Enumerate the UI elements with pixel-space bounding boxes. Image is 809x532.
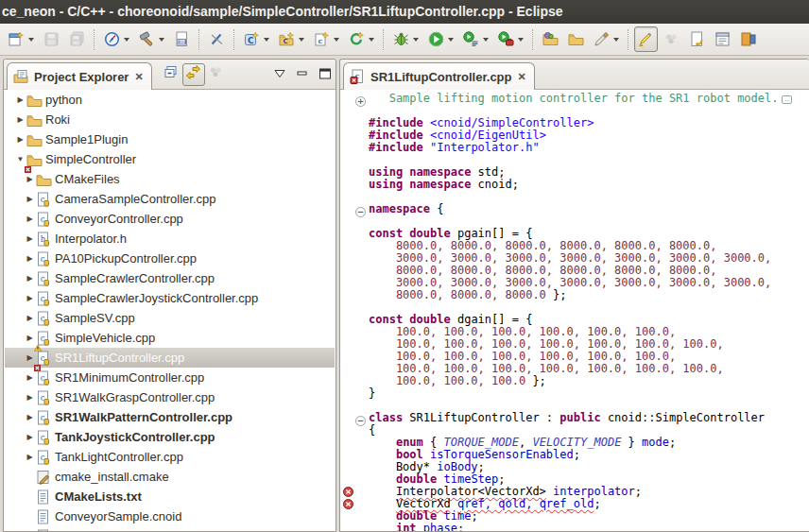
fold-minus-icon[interactable]: − (355, 410, 369, 427)
expand-collapsed-icon[interactable]: ▶ (24, 175, 36, 183)
clean-brush-button[interactable] (590, 26, 623, 52)
tree-item-samplesv-cpp[interactable]: ▶cSampleSV.cpp (5, 308, 335, 328)
schedule-compass-button[interactable] (100, 26, 133, 52)
run-coverage-button[interactable] (494, 26, 527, 52)
tree-item-simplecontroller[interactable]: ▼SimpleController (5, 149, 335, 169)
cpp-icon: c (36, 351, 53, 366)
tree-item-sr1liftupcontroller-cpp[interactable]: ▶cSR1LiftupController.cpp (5, 348, 335, 368)
expand-collapsed-icon[interactable]: ▶ (24, 433, 36, 441)
tab-editor-sr1liftupcontroller[interactable]: c SR1LiftupController.cpp ✕ (343, 62, 535, 90)
dropdown-arrow-icon[interactable] (159, 38, 164, 42)
last-edit-location-button[interactable] (685, 26, 709, 52)
dropdown-arrow-icon[interactable] (264, 38, 269, 42)
code-editor[interactable]: + Sample lifting motion controller for t… (341, 90, 809, 531)
code-line[interactable]: + Sample lifting motion controller for t… (341, 93, 809, 105)
import-resources-button[interactable] (539, 26, 562, 52)
collapse-all-button[interactable] (160, 63, 182, 86)
run-history-button[interactable] (459, 26, 492, 52)
code-line[interactable]: 100.0, 100.0, 100.0 }; (341, 375, 809, 387)
expand-collapsed-icon[interactable]: ▶ (24, 453, 36, 461)
expand-collapsed-icon[interactable]: ▶ (14, 95, 26, 104)
tree-item-cmakelists-txt[interactable]: CMakeLists.txt (5, 487, 335, 506)
code-line[interactable]: −namespace { (341, 203, 809, 215)
tree-item-samplecrawlercontroller-cpp[interactable]: ▶cSampleCrawlerController.cpp (5, 268, 335, 288)
expand-collapsed-icon[interactable]: ▶ (24, 215, 36, 223)
tree-item-sample1plugin[interactable]: ▶Sample1Plugin (5, 129, 335, 149)
new-c-class-button[interactable]: c (310, 26, 343, 52)
tree-item-roki[interactable]: ▶Roki (5, 110, 335, 129)
build-all-button[interactable] (135, 26, 168, 52)
code-line[interactable]: } (341, 387, 809, 400)
new-c-source-file-button[interactable]: C (240, 26, 273, 52)
tree-item-sr1minimumcontroller-cpp[interactable]: ▶cSR1MinimumController.cpp (5, 368, 335, 387)
expand-collapsed-icon[interactable]: ▶ (24, 195, 36, 203)
link-with-editor-button[interactable] (182, 63, 205, 86)
tab-project-explorer[interactable]: Project Explorer ✕ (7, 62, 152, 90)
code-line[interactable]: 8000.0, 8000.0, 8000.0 }; (341, 289, 809, 301)
tree-item-conveyorsample-cnoid[interactable]: ConveyorSample.cnoid (5, 506, 335, 526)
close-icon[interactable]: ✕ (518, 71, 526, 83)
dropdown-arrow-icon[interactable] (448, 38, 454, 42)
toggle-highlight-button[interactable] (634, 26, 658, 52)
tree-item-sr1walkpatterncontroller-cpp[interactable]: ▶cSR1WalkPatternController.cpp (5, 407, 335, 427)
tree-item-makefile[interactable]: Makefile (5, 526, 335, 531)
dropdown-arrow-icon[interactable] (334, 38, 339, 42)
expand-collapsed-icon[interactable]: ▶ (14, 115, 26, 124)
expand-collapsed-icon[interactable]: ▶ (24, 254, 36, 263)
dropdown-arrow-icon[interactable] (28, 38, 34, 42)
expand-collapsed-icon[interactable]: ▶ (24, 373, 36, 382)
dropdown-arrow-icon[interactable] (518, 38, 524, 42)
dropdown-arrow-icon[interactable] (369, 38, 374, 42)
close-icon[interactable]: ✕ (134, 71, 143, 83)
annotation-gutter (341, 154, 355, 166)
dropdown-arrow-icon[interactable] (413, 38, 419, 42)
folderopen-icon (36, 172, 53, 187)
clipped-tool-button[interactable] (736, 26, 760, 52)
fold-minus-icon[interactable]: − (355, 201, 369, 218)
build-binary-button[interactable]: 010 (170, 26, 194, 52)
fold-plus-icon[interactable]: + (355, 91, 369, 108)
code-line[interactable]: using namespace cnoid; (341, 179, 809, 191)
tree-item-sr1walkgraspcontroller-cpp[interactable]: ▶cSR1WalkGraspController.cpp (5, 387, 335, 407)
minimize-view-button[interactable] (296, 66, 309, 83)
toggle-mark-occurrences-button[interactable] (205, 26, 229, 52)
code-text: 100.0, 100.0, 100.0 }; (369, 375, 546, 387)
expand-collapsed-icon[interactable]: ▶ (24, 393, 36, 402)
cpp-icon: c (36, 390, 53, 405)
debug-button[interactable] (389, 26, 422, 52)
tree-item-pa10pickupcontroller-cpp[interactable]: ▶cPA10PickupController.cpp (5, 249, 335, 268)
tree-item-conveyorcontroller-cpp[interactable]: ▶cConveyorController.cpp (5, 209, 335, 229)
tree-item-cmakefiles[interactable]: ▶CMakeFiles (5, 169, 335, 189)
expand-collapsed-icon[interactable]: ▶ (24, 234, 36, 243)
code-line[interactable]: −class SR1LiftupController : public cnoi… (341, 412, 809, 424)
dropdown-arrow-icon[interactable] (613, 38, 619, 42)
tree-item-camerasamplecontroller-cpp[interactable]: ▶cCameraSampleController.cpp (5, 189, 335, 209)
tree-item-interpolator-h[interactable]: ▶hInterpolator.h (5, 229, 335, 249)
code-line[interactable]: int phase; (341, 523, 809, 531)
warning-badge-icon (34, 340, 41, 347)
code-line[interactable]: #include "Interpolator.h" (341, 142, 809, 154)
dropdown-arrow-icon[interactable] (299, 38, 304, 42)
new-c-source-folder-button[interactable]: C (275, 26, 308, 52)
maximize-view-button[interactable] (318, 66, 332, 83)
new-wizard-button[interactable] (5, 26, 38, 52)
dropdown-arrow-icon[interactable] (483, 38, 489, 42)
tree-item-tankjoystickcontroller-cpp[interactable]: ▶cTankJoystickController.cpp (5, 427, 335, 447)
expand-collapsed-icon[interactable]: ▶ (24, 413, 36, 421)
tree-item-samplecrawlerjoystickcontroller-cpp[interactable]: ▶cSampleCrawlerJoystickController.cpp (5, 288, 335, 308)
tree-item-tanklightcontroller-cpp[interactable]: ▶cTankLightController.cpp (5, 447, 335, 467)
open-resource-button[interactable] (564, 26, 588, 52)
view-menu-button[interactable] (273, 66, 286, 83)
tree-item-cmake-install-cmake[interactable]: cmake_install.cmake (5, 467, 335, 487)
expand-collapsed-icon[interactable]: ▶ (24, 314, 36, 322)
show-outline-button[interactable] (711, 26, 734, 52)
tree-item-python[interactable]: ▶python (5, 90, 335, 110)
expand-collapsed-icon[interactable]: ▶ (24, 294, 36, 302)
tree-item-simplevehicle-cpp[interactable]: ▶cSimpleVehicle.cpp (5, 328, 335, 348)
run-button[interactable] (424, 26, 457, 52)
folded-region-icon[interactable]: .. (782, 95, 791, 104)
expand-collapsed-icon[interactable]: ▶ (14, 135, 26, 144)
new-c-project-button[interactable] (345, 26, 378, 52)
expand-collapsed-icon[interactable]: ▶ (24, 274, 36, 283)
dropdown-arrow-icon[interactable] (124, 38, 129, 42)
